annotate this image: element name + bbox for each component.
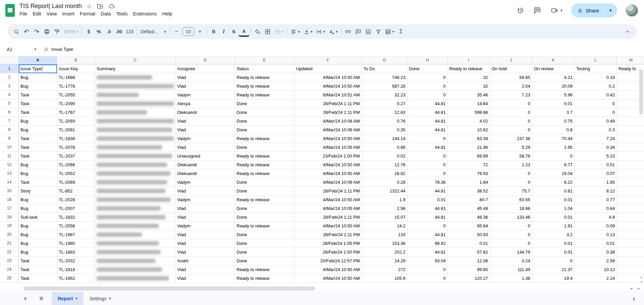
menu-extensions[interactable]: Extensions bbox=[130, 10, 159, 17]
cell-C5[interactable] bbox=[95, 99, 176, 108]
cell-F9[interactable]: 4/Mar/24 10:50 AM bbox=[294, 134, 362, 143]
cell-M23[interactable] bbox=[617, 257, 644, 265]
cell-C8[interactable] bbox=[95, 126, 176, 134]
cell-I2[interactable]: 32 bbox=[448, 73, 490, 82]
cell-H21[interactable]: 98.92 bbox=[407, 239, 448, 248]
row-header-21[interactable]: 21 bbox=[0, 239, 19, 248]
add-sheet-icon[interactable]: ＋ bbox=[20, 294, 30, 303]
all-sheets-icon[interactable]: ≡ bbox=[36, 295, 46, 302]
cell-I3[interactable]: 32 bbox=[448, 82, 490, 91]
cell-J3[interactable]: 2.04 bbox=[490, 82, 532, 91]
cell-K7[interactable]: 0.75 bbox=[532, 117, 575, 126]
cell-K9[interactable]: 70.44 bbox=[532, 134, 575, 143]
hide-toolbar-icon[interactable] bbox=[623, 27, 633, 37]
cell-E14[interactable]: Done bbox=[235, 178, 294, 187]
cell-G6[interactable]: 12.83 bbox=[362, 108, 407, 117]
cell-E12[interactable]: Ready to release bbox=[235, 161, 294, 169]
cell-A11[interactable]: Task bbox=[19, 152, 57, 161]
cell-D8[interactable]: Vlad bbox=[176, 126, 235, 134]
cell-E21[interactable]: Done bbox=[235, 239, 294, 248]
cell-H1[interactable]: Done bbox=[407, 64, 448, 73]
cell-J21[interactable]: 0 bbox=[490, 239, 532, 248]
cell-I5[interactable]: 14.64 bbox=[448, 99, 490, 108]
undo-icon[interactable]: ↶ bbox=[21, 27, 32, 37]
cell-K17[interactable]: 1.04 bbox=[532, 204, 575, 213]
cell-C2[interactable] bbox=[95, 73, 176, 82]
cell-B6[interactable]: TL-1767 bbox=[57, 108, 95, 117]
cell-B21[interactable]: TL-1980 bbox=[57, 239, 95, 248]
cell-I24[interactable]: 99.65 bbox=[448, 265, 490, 274]
cell-J23[interactable]: 0.24 bbox=[490, 257, 532, 265]
cell-J10[interactable]: 5.29 bbox=[490, 143, 532, 152]
cell-K23[interactable]: 0 bbox=[532, 257, 575, 265]
cell-J18[interactable]: 133.46 bbox=[490, 213, 532, 222]
cell-E20[interactable]: Done bbox=[235, 230, 294, 239]
column-header-F[interactable]: F bbox=[294, 56, 362, 64]
move-folder-icon[interactable] bbox=[97, 3, 103, 10]
cell-K8[interactable]: 0.8 bbox=[532, 126, 575, 134]
number-format-button[interactable]: 123 bbox=[124, 27, 135, 37]
column-header-D[interactable]: D bbox=[176, 56, 235, 64]
cell-C14[interactable] bbox=[95, 178, 176, 187]
cell-B1[interactable]: Issue Key bbox=[57, 64, 95, 73]
cell-E17[interactable]: Done bbox=[235, 204, 294, 213]
cell-J1[interactable]: On hold bbox=[490, 64, 532, 73]
cell-J19[interactable]: 0 bbox=[490, 222, 532, 230]
cell-L7[interactable]: 0.49 bbox=[575, 117, 617, 126]
cell-F19[interactable]: 4/Mar/24 10:50 AM bbox=[294, 222, 362, 230]
cell-C11[interactable] bbox=[95, 152, 176, 161]
cell-F4[interactable]: 6/Mar/24 10:51 AM bbox=[294, 91, 362, 99]
cell-L14[interactable]: 1.55 bbox=[575, 178, 617, 187]
cell-G1[interactable]: To Do bbox=[362, 64, 407, 73]
cell-L15[interactable]: 8.12 bbox=[575, 187, 617, 195]
cell-F20[interactable]: 28/Feb/24 1:11 PM bbox=[294, 230, 362, 239]
insert-comment-icon[interactable] bbox=[353, 27, 363, 37]
cell-I22[interactable]: 57.62 bbox=[448, 248, 490, 257]
row-header-9[interactable]: 9 bbox=[0, 134, 19, 143]
cell-C10[interactable] bbox=[95, 143, 176, 152]
cell-F8[interactable]: 4/Mar/24 10:06 AM bbox=[294, 126, 362, 134]
cell-M16[interactable] bbox=[617, 195, 644, 204]
cell-K13[interactable]: 19.04 bbox=[532, 169, 575, 178]
cell-D3[interactable]: Vlad bbox=[176, 82, 235, 91]
share-dropdown[interactable]: ▼ bbox=[604, 8, 617, 12]
cell-J9[interactable]: 237.38 bbox=[490, 134, 532, 143]
cell-D13[interactable]: Oleksandr bbox=[176, 169, 235, 178]
cell-H5[interactable]: 44.81 bbox=[407, 99, 448, 108]
cell-B15[interactable]: TL-852 bbox=[57, 187, 95, 195]
row-header-18[interactable]: 18 bbox=[0, 213, 19, 222]
cell-L6[interactable]: 0 bbox=[575, 108, 617, 117]
cell-H17[interactable]: 44.81 bbox=[407, 204, 448, 213]
cell-K15[interactable]: 0.81 bbox=[532, 187, 575, 195]
cell-H15[interactable]: 44.81 bbox=[407, 187, 448, 195]
cell-A21[interactable]: Bug bbox=[19, 239, 57, 248]
cell-L17[interactable]: 0.84 bbox=[575, 204, 617, 213]
cell-A17[interactable]: Bug bbox=[19, 204, 57, 213]
redo-icon[interactable]: ↷ bbox=[32, 27, 42, 37]
cell-L23[interactable]: 2.59 bbox=[575, 257, 617, 265]
cell-M13[interactable] bbox=[617, 169, 644, 178]
cell-I13[interactable]: 79.93 bbox=[448, 169, 490, 178]
insert-link-icon[interactable] bbox=[343, 27, 353, 37]
cell-G10[interactable]: 0.68 bbox=[362, 143, 407, 152]
cell-E15[interactable]: Done bbox=[235, 187, 294, 195]
menu-view[interactable]: View bbox=[44, 10, 59, 17]
cell-A7[interactable]: Bug bbox=[19, 117, 57, 126]
cell-L21[interactable]: 0.01 bbox=[575, 239, 617, 248]
cell-B8[interactable]: TL-2091 bbox=[57, 126, 95, 134]
star-icon[interactable]: ☆ bbox=[87, 3, 92, 9]
cell-J15[interactable]: 75.7 bbox=[490, 187, 532, 195]
cell-A23[interactable]: Task bbox=[19, 257, 57, 265]
tab-settings[interactable]: Settings ▾ bbox=[84, 292, 117, 305]
cell-G25[interactable]: 105.9 bbox=[362, 274, 407, 283]
cell-E23[interactable]: Done bbox=[235, 257, 294, 265]
cell-K21[interactable]: 0.01 bbox=[532, 239, 575, 248]
cell-H11[interactable]: 0 bbox=[407, 152, 448, 161]
cell-M7[interactable] bbox=[617, 117, 644, 126]
cell-L5[interactable]: 0 bbox=[575, 99, 617, 108]
cell-I16[interactable]: 80.7 bbox=[448, 195, 490, 204]
cell-D24[interactable]: Vlad bbox=[176, 265, 235, 274]
cell-L20[interactable]: 0.13 bbox=[575, 230, 617, 239]
row-header-6[interactable]: 6 bbox=[0, 108, 19, 117]
row-header-20[interactable]: 20 bbox=[0, 230, 19, 239]
